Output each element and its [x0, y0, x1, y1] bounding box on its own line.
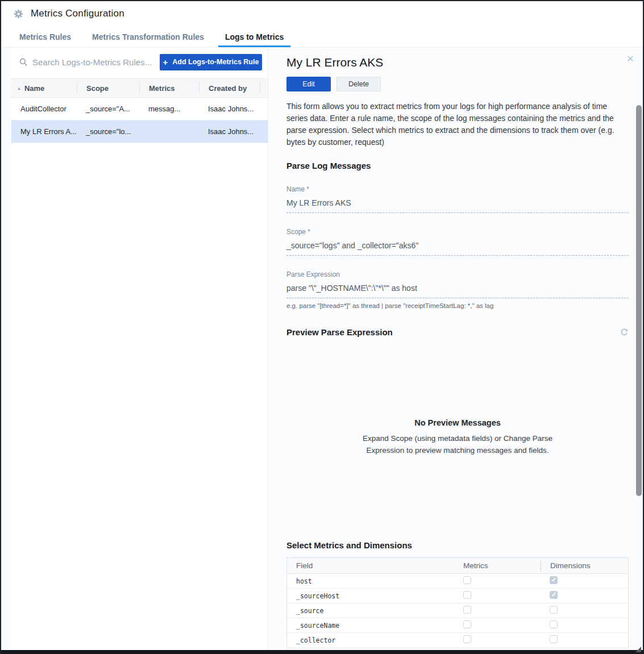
- metrics-checkbox[interactable]: [463, 606, 471, 614]
- table-row[interactable]: My LR Errors A..._source="lo...Isaac Joh…: [11, 120, 268, 143]
- search-input[interactable]: [32, 57, 160, 67]
- form-description: This form allows you to extract metrics …: [286, 101, 629, 148]
- app-window: Metrics Configuration Metrics Rules Metr…: [0, 0, 644, 654]
- parse-expression-value[interactable]: parse "\"_HOSTNAME\":\"*\"" as host: [286, 284, 629, 298]
- parse-log-messages-heading: Parse Log Messages: [286, 161, 628, 170]
- metrics-checkbox[interactable]: [463, 620, 471, 628]
- metrics-checkbox[interactable]: [463, 635, 471, 643]
- rule-detail-panel: × My LR Errors AKS Edit Delete This form…: [268, 48, 643, 650]
- rules-table-header: ▲ Name Scope Metrics Created by: [11, 78, 268, 98]
- add-rule-button-label: Add Logs-to-Metrics Rule: [172, 58, 259, 66]
- parse-expression-field-group: Parse Expression parse "\"_HOSTNAME\":\"…: [286, 270, 629, 309]
- tab-metrics-rules[interactable]: Metrics Rules: [19, 26, 71, 47]
- action-row: Edit Delete: [286, 77, 628, 91]
- field-row: host: [287, 574, 628, 589]
- fields-table-header: Field Metrics Dimensions: [287, 558, 628, 574]
- field-name-cell: _sourceName: [287, 622, 455, 630]
- refresh-icon[interactable]: [620, 328, 629, 336]
- metrics-checkbox[interactable]: [463, 591, 471, 599]
- dimensions-checkbox[interactable]: [550, 591, 558, 599]
- column-header-metrics[interactable]: Metrics: [139, 82, 199, 94]
- metrics-checkbox-cell: [455, 620, 541, 631]
- table-row[interactable]: AuditCollector_source="A...messag...Isaa…: [11, 98, 268, 120]
- search-icon: [19, 58, 28, 66]
- app-header: Metrics Configuration: [1, 1, 643, 26]
- column-header-dimensions: Dimensions: [541, 561, 628, 571]
- field-name-cell: host: [287, 577, 455, 585]
- close-icon[interactable]: ×: [627, 52, 634, 64]
- parse-expression-hint: e.g. parse "[thread=*]" as thread | pars…: [286, 302, 629, 309]
- no-preview-line2: Expression to preview matching messages …: [363, 444, 552, 456]
- field-row: _source: [287, 603, 628, 618]
- column-header-scope[interactable]: Scope: [77, 82, 139, 94]
- rule-scope-cell: _source="lo...: [77, 127, 139, 136]
- select-metrics-heading: Select Metrics and Dimensions: [286, 540, 628, 550]
- sort-ascending-icon: ▲: [17, 86, 21, 90]
- column-header-stub: [260, 82, 268, 94]
- metrics-checkbox[interactable]: [463, 576, 471, 584]
- dimensions-checkbox[interactable]: [550, 606, 558, 614]
- tab-bar: Metrics Rules Metrics Transformation Rul…: [1, 26, 643, 48]
- metrics-checkbox-cell: [455, 606, 541, 616]
- no-preview-title: No Preview Messages: [414, 418, 501, 427]
- metrics-checkbox-cell: [455, 635, 541, 645]
- name-field-label: Name *: [286, 185, 629, 193]
- scroll-corner-grip: [635, 647, 641, 652]
- dimensions-checkbox[interactable]: [550, 576, 558, 584]
- field-row: _sourceName: [287, 618, 628, 633]
- edit-button[interactable]: Edit: [286, 77, 331, 91]
- tab-logs-to-metrics[interactable]: Logs to Metrics: [225, 26, 284, 47]
- content-area: + Add Logs-to-Metrics Rule ▲ Name Scope …: [1, 48, 643, 650]
- tab-metrics-transformation-rules[interactable]: Metrics Transformation Rules: [92, 26, 204, 47]
- window-bottom-edge: [1, 650, 643, 654]
- plus-icon: +: [163, 58, 168, 66]
- rule-createdby-cell: Isaac Johns...: [199, 127, 260, 136]
- rule-name-cell: AuditCollector: [11, 105, 77, 113]
- dimensions-checkbox-cell: [541, 620, 628, 631]
- column-header-name[interactable]: ▲ Name: [11, 82, 77, 94]
- no-preview-messages-block: No Preview Messages Expand Scope (using …: [286, 337, 629, 537]
- dimensions-checkbox-cell: [541, 576, 628, 586]
- dimensions-checkbox[interactable]: [550, 635, 558, 643]
- search-row: + Add Logs-to-Metrics Rule: [11, 48, 268, 74]
- field-name-cell: _collector: [287, 636, 455, 644]
- dimensions-checkbox-cell: [541, 606, 628, 616]
- scope-field-group: Scope * _source="logs" and _collector="a…: [286, 228, 629, 256]
- field-row: _collector: [287, 633, 628, 648]
- rule-createdby-cell: Isaac Johns...: [199, 105, 260, 113]
- dimensions-checkbox-cell: [541, 635, 628, 645]
- gear-icon: [14, 9, 23, 19]
- rule-detail-title: My LR Errors AKS: [286, 56, 628, 69]
- column-header-field: Field: [287, 561, 455, 570]
- column-header-metrics-checkbox: Metrics: [455, 561, 541, 570]
- no-preview-text: Expand Scope (using metadata fields) or …: [363, 432, 552, 456]
- rules-list-panel: + Add Logs-to-Metrics Rule ▲ Name Scope …: [11, 48, 268, 650]
- column-header-createdby[interactable]: Created by: [199, 82, 260, 94]
- vertical-scrollbar-thumb[interactable]: [636, 105, 642, 496]
- preview-parse-expression-heading: Preview Parse Expression: [286, 327, 393, 337]
- add-rule-button[interactable]: + Add Logs-to-Metrics Rule: [160, 54, 262, 70]
- field-name-cell: _source: [287, 607, 455, 615]
- scope-field-label: Scope *: [286, 228, 629, 236]
- rule-name-cell: My LR Errors A...: [11, 127, 77, 136]
- rule-metrics-cell: messag...: [139, 105, 199, 113]
- dimensions-checkbox-cell: [541, 591, 628, 601]
- fields-table: Field Metrics Dimensions host_sourceHost…: [286, 557, 629, 648]
- scope-field-value[interactable]: _source="logs" and _collector="aks6": [286, 241, 629, 256]
- metrics-checkbox-cell: [455, 576, 541, 586]
- parse-expression-label: Parse Expression: [286, 270, 629, 278]
- name-field-value[interactable]: My LR Errors AKS: [286, 198, 629, 213]
- no-preview-line1: Expand Scope (using metadata fields) or …: [363, 432, 552, 444]
- rule-scope-cell: _source="A...: [77, 105, 139, 113]
- preview-parse-expression-header: Preview Parse Expression: [286, 327, 629, 337]
- delete-button[interactable]: Delete: [336, 77, 381, 91]
- fields-table-body: host_sourceHost_source_sourceName_collec…: [287, 574, 628, 648]
- field-row: _sourceHost: [287, 589, 628, 603]
- dimensions-checkbox[interactable]: [550, 620, 558, 628]
- rules-table: ▲ Name Scope Metrics Created by AuditCol…: [11, 78, 268, 143]
- metrics-checkbox-cell: [455, 591, 541, 601]
- page-title: Metrics Configuration: [31, 8, 124, 19]
- name-field-group: Name * My LR Errors AKS: [286, 185, 629, 213]
- rules-table-body: AuditCollector_source="A...messag...Isaa…: [11, 98, 268, 143]
- field-name-cell: _sourceHost: [287, 592, 455, 600]
